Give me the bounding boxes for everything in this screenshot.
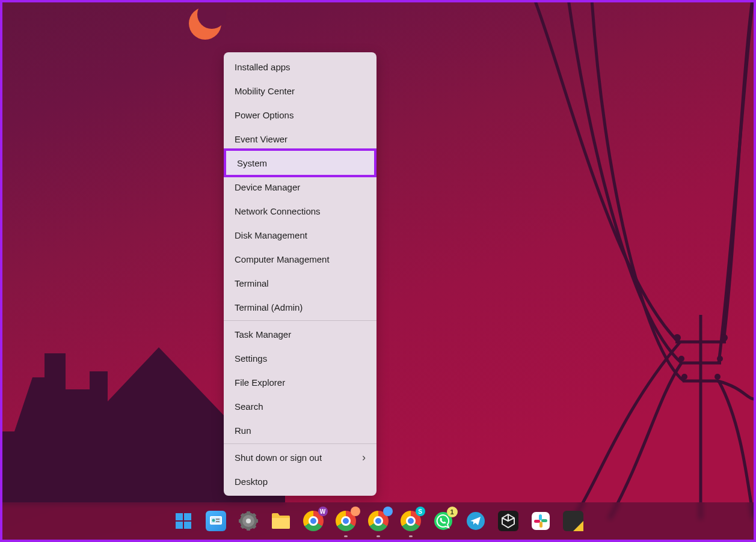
menu-item-installed-apps[interactable]: Installed apps [224, 55, 376, 79]
menu-item-label: Terminal [235, 278, 269, 288]
winx-context-menu: Installed appsMobility CenterPower Optio… [224, 52, 376, 496]
svg-point-6 [678, 356, 684, 362]
menu-item-label: Desktop [235, 477, 268, 487]
file-explorer-icon[interactable] [269, 509, 293, 533]
menu-item-label: Event Viewer [235, 134, 287, 144]
menu-item-label: Task Manager [235, 329, 291, 340]
menu-item-search[interactable]: Search [224, 394, 376, 418]
profile-badge: S [416, 507, 425, 516]
svg-point-9 [715, 374, 721, 380]
powerlines-graphic [501, 2, 754, 519]
slack-icon[interactable] [529, 509, 553, 533]
menu-item-computer-management[interactable]: Computer Management [224, 247, 376, 271]
menu-item-label: Terminal (Admin) [235, 302, 303, 312]
menu-item-label: Computer Management [235, 254, 330, 264]
svg-rect-17 [216, 519, 220, 520]
menu-item-network-connections[interactable]: Network Connections [224, 199, 376, 223]
menu-item-shut-down-or-sign-out[interactable]: Shut down or sign out› [224, 445, 376, 469]
menu-item-label: Network Connections [235, 206, 321, 216]
telegram-icon[interactable] [464, 509, 488, 533]
chevron-right-icon: › [362, 451, 366, 464]
svg-rect-35 [541, 519, 547, 522]
sticky-notes-icon[interactable] [561, 509, 585, 533]
menu-item-label: Installed apps [235, 62, 290, 72]
chrome-profile-w-icon[interactable]: W [301, 509, 325, 533]
svg-point-8 [681, 374, 687, 380]
menu-item-settings[interactable]: Settings [224, 346, 376, 370]
svg-point-30 [246, 519, 251, 523]
menu-item-system[interactable]: System [226, 151, 374, 175]
menu-item-event-viewer[interactable]: Event Viewer [224, 127, 376, 151]
whatsapp-icon[interactable]: 1 [431, 509, 455, 533]
control-panel-icon[interactable] [204, 509, 228, 533]
menu-item-disk-management[interactable]: Disk Management [224, 223, 376, 247]
menu-item-label: Search [235, 401, 263, 412]
running-indicator [344, 535, 348, 537]
svg-point-4 [674, 334, 681, 341]
running-indicator [376, 535, 380, 537]
menu-item-label: Settings [235, 353, 267, 364]
menu-item-power-options[interactable]: Power Options [224, 103, 376, 127]
running-indicator [409, 535, 413, 537]
svg-rect-13 [184, 522, 191, 529]
menu-item-label: Device Manager [235, 182, 300, 192]
svg-point-5 [721, 334, 728, 341]
chrome-profile-s-icon[interactable]: S [399, 509, 423, 533]
menu-item-label: System [237, 158, 267, 168]
svg-rect-18 [216, 521, 220, 522]
menu-item-label: Disk Management [235, 230, 307, 240]
menu-item-terminal[interactable]: Terminal [224, 271, 376, 295]
menu-item-mobility-center[interactable]: Mobility Center [224, 79, 376, 103]
menu-item-label: Power Options [235, 110, 293, 120]
menu-item-label: File Explorer [235, 377, 285, 388]
menu-item-file-explorer[interactable]: File Explorer [224, 370, 376, 394]
menu-separator [224, 320, 376, 321]
moon-graphic [189, 7, 225, 43]
taskbar: WS1 [2, 502, 754, 540]
chrome-profile-avatar-icon[interactable] [334, 509, 358, 533]
profile-badge [351, 507, 360, 516]
dark-app-icon[interactable] [496, 509, 520, 533]
svg-rect-25 [239, 519, 242, 523]
svg-rect-23 [247, 527, 250, 531]
svg-rect-11 [184, 513, 191, 520]
settings-icon[interactable] [236, 509, 260, 533]
menu-item-label: Mobility Center [235, 86, 295, 96]
svg-rect-27 [247, 511, 250, 515]
menu-item-run[interactable]: Run [224, 418, 376, 442]
menu-item-label: Shut down or sign out [235, 452, 322, 463]
chrome-profile-blue-icon[interactable] [366, 509, 390, 533]
svg-rect-12 [176, 522, 183, 529]
svg-rect-10 [176, 513, 183, 520]
svg-rect-21 [254, 519, 258, 523]
profile-badge [383, 507, 393, 516]
menu-item-task-manager[interactable]: Task Manager [224, 322, 376, 346]
menu-separator [224, 443, 376, 444]
menu-item-device-manager[interactable]: Device Manager [224, 175, 376, 199]
profile-badge: W [318, 507, 328, 516]
svg-rect-37 [534, 520, 540, 523]
svg-point-16 [212, 519, 215, 522]
svg-rect-34 [539, 514, 542, 520]
notification-badge: 1 [447, 507, 458, 517]
menu-item-label: Run [235, 425, 251, 436]
desktop-wallpaper [2, 2, 754, 540]
menu-item-terminal-admin-[interactable]: Terminal (Admin) [224, 295, 376, 319]
svg-point-7 [717, 356, 723, 362]
menu-item-desktop[interactable]: Desktop [224, 469, 376, 493]
start-button-icon[interactable] [171, 509, 195, 533]
svg-rect-36 [539, 522, 542, 528]
